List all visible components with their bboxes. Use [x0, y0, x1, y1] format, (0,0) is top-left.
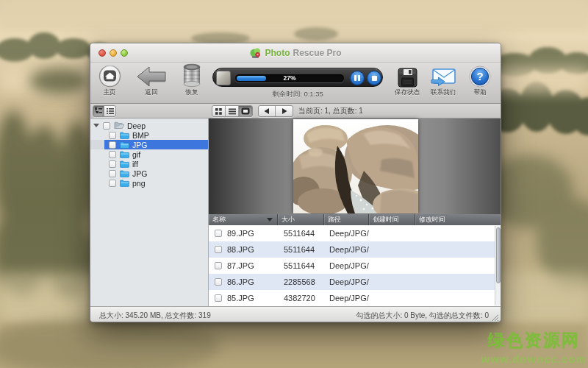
checkbox[interactable]: [109, 141, 116, 149]
tree-view-icon: [95, 107, 102, 115]
home-icon: [98, 63, 121, 88]
app-logo-icon: [249, 47, 262, 59]
file-name: 88.JPG: [227, 245, 254, 254]
pause-icon: [354, 75, 360, 81]
root-folder-icon: [114, 121, 124, 130]
checkbox[interactable]: [109, 160, 116, 168]
flat-list-view-button[interactable]: [104, 106, 115, 116]
file-size: 5511644: [278, 229, 324, 238]
help-button[interactable]: ? 帮助: [465, 63, 495, 104]
table-row[interactable]: 87.JPG 5511644 Deep/JPG/: [209, 258, 501, 274]
checkbox[interactable]: [215, 294, 222, 302]
preview-view-button[interactable]: [239, 106, 252, 116]
tree-item-bmp[interactable]: BMP: [90, 130, 208, 140]
tree-view-button[interactable]: [93, 106, 104, 116]
file-path: Deep/JPG/: [324, 245, 369, 254]
table-row[interactable]: 89.JPG 5511644 Deep/JPG/: [209, 225, 501, 241]
file-size: 5511644: [278, 245, 324, 254]
tree-item-jpg2[interactable]: JPG: [90, 169, 208, 178]
file-size: 4382720: [278, 294, 324, 302]
checkbox[interactable]: [215, 230, 222, 237]
recover-cylinder-icon: [182, 63, 201, 88]
back-button[interactable]: 返回: [135, 63, 168, 104]
contact-us-button[interactable]: 联系我们: [427, 63, 459, 104]
back-arrow-icon: [135, 63, 168, 88]
table-row[interactable]: 85.JPG 4382720 Deep/JPG/: [209, 290, 501, 306]
vertical-scrollbar[interactable]: [495, 226, 501, 305]
resize-grip[interactable]: [491, 314, 499, 322]
table-row[interactable]: 86.JPG 2285568 Deep/JPG/: [209, 274, 501, 290]
file-path: Deep/JPG/: [324, 277, 369, 286]
folder-icon: [120, 170, 129, 177]
next-page-button[interactable]: [276, 106, 293, 116]
status-totals: 总大小: 345.20 MB, 总文件数: 319: [99, 307, 211, 322]
tree-item-root[interactable]: Deep: [90, 121, 208, 130]
tree-item-label: JPG: [132, 141, 147, 149]
tree-item-png[interactable]: png: [90, 178, 208, 188]
table-header-row: 名称 大小 路径 创建时间 修改时间: [209, 214, 501, 225]
list-view-button[interactable]: [226, 106, 239, 116]
tree-item-label: gif: [132, 150, 140, 159]
recover-button[interactable]: 恢复: [177, 63, 207, 104]
grid-view-icon: [215, 108, 222, 115]
progress-track: 27%: [235, 74, 344, 82]
file-path: Deep/JPG/: [324, 261, 369, 270]
home-button[interactable]: 主页: [95, 63, 124, 104]
tree-item-iff[interactable]: iff: [90, 159, 208, 169]
photo-preview-pane: [209, 118, 501, 214]
checkbox[interactable]: [215, 262, 222, 269]
checkbox[interactable]: [109, 170, 116, 177]
checkbox[interactable]: [109, 180, 116, 187]
column-header-created[interactable]: 创建时间: [369, 214, 415, 225]
table-row[interactable]: 88.JPG 5511644 Deep/JPG/: [209, 241, 501, 258]
column-header-path[interactable]: 路径: [324, 214, 369, 225]
disclosure-triangle-icon[interactable]: [93, 124, 99, 127]
remaining-time: 剩余时间: 0:1:35: [212, 90, 383, 99]
tree-item-label: JPG: [132, 169, 147, 178]
contact-us-label: 联系我们: [431, 88, 456, 97]
file-size: 5511644: [278, 261, 324, 270]
preview-view-icon: [241, 107, 250, 115]
column-header-size[interactable]: 大小: [278, 214, 324, 225]
folder-icon: [120, 141, 129, 149]
scrollbar-thumb[interactable]: [496, 227, 501, 283]
progress-percent: 27%: [235, 74, 344, 82]
prev-page-button[interactable]: [259, 106, 276, 116]
preview-photo-rocks: [293, 119, 418, 213]
floppy-disk-icon: [398, 63, 417, 88]
checkbox[interactable]: [215, 246, 222, 253]
titlebar[interactable]: Photo Rescue Pro: [90, 43, 501, 63]
column-header-name[interactable]: 名称: [209, 214, 278, 225]
progress-bar-group: 27%: [212, 68, 383, 87]
status-checked-totals: 勾选的总大小: 0 Byte, 勾选的总文件数: 0: [356, 307, 489, 322]
checkbox[interactable]: [215, 278, 222, 286]
page-info: 当前页: 1, 总页数: 1: [298, 104, 363, 118]
home-label: 主页: [104, 88, 116, 97]
view-mode-segmented: [212, 105, 253, 117]
file-path: Deep/JPG/: [324, 229, 369, 238]
checkbox[interactable]: [109, 151, 116, 158]
save-state-button[interactable]: 保存状态: [392, 63, 422, 104]
stop-button[interactable]: [367, 71, 381, 85]
app-window: Photo Rescue Pro 主页: [90, 43, 501, 322]
progress-thumbnail: [216, 71, 231, 85]
app-name-accent: Photo: [265, 48, 290, 58]
file-name: 87.JPG: [227, 261, 254, 270]
grid-view-button[interactable]: [212, 106, 226, 116]
folder-icon: [120, 151, 129, 158]
column-header-modified[interactable]: 修改时间: [415, 214, 501, 225]
next-page-icon: [282, 108, 287, 114]
folder-icon: [120, 132, 129, 139]
folder-icon: [120, 160, 129, 168]
checkbox[interactable]: [103, 122, 110, 130]
tree-item-gif[interactable]: gif: [90, 149, 208, 159]
tree-item-label: BMP: [132, 131, 149, 140]
pause-button[interactable]: [350, 71, 365, 85]
folder-icon: [120, 180, 129, 187]
file-table: 名称 大小 路径 创建时间 修改时间 89.JPG 5511644 Deep/J…: [209, 214, 501, 306]
checkbox[interactable]: [109, 132, 116, 139]
folder-tree-sidebar: Deep BMP JPG gif: [90, 118, 209, 306]
list-view-icon: [229, 108, 236, 115]
tree-item-jpg-selected[interactable]: JPG: [90, 140, 208, 149]
app-name-rest: Rescue Pro: [293, 48, 341, 58]
